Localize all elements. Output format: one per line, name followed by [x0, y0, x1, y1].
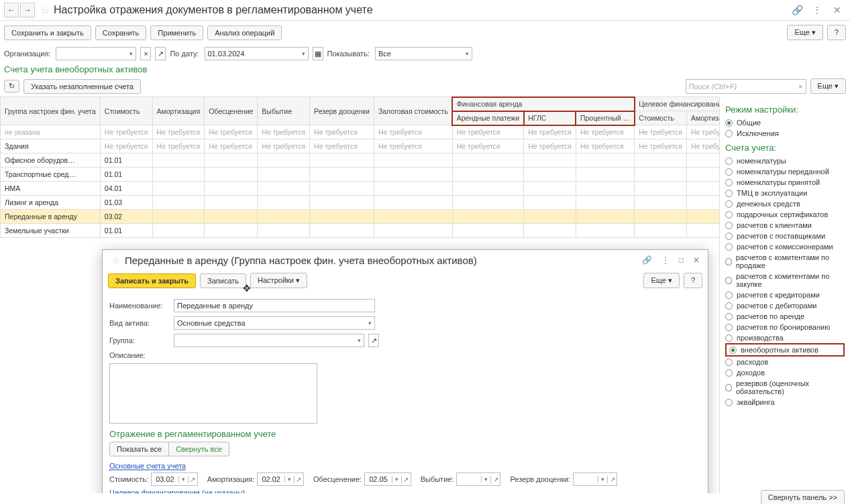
- nav-forward[interactable]: →: [20, 3, 35, 17]
- radio-icon: [725, 233, 733, 240]
- org-clear[interactable]: ×: [140, 47, 151, 60]
- table-row[interactable]: Лизинг и аренда01.03: [1, 196, 720, 210]
- acct-radio[interactable]: доходов: [725, 367, 845, 378]
- refresh-button[interactable]: ↻: [4, 80, 19, 92]
- acct-radio[interactable]: эквайринга: [725, 397, 845, 407]
- th-cost[interactable]: Стоимость: [100, 97, 152, 125]
- imp-acct[interactable]: 02.05▾↗: [364, 472, 411, 486]
- modal-save-close[interactable]: Записать и закрыть: [108, 273, 196, 288]
- acct-radio[interactable]: производства: [725, 332, 845, 343]
- acct-radio[interactable]: внеоборотных активов: [725, 343, 845, 357]
- save-close-button[interactable]: Сохранить и закрыть: [4, 25, 91, 40]
- mode-radio[interactable]: Исключения: [725, 128, 845, 139]
- acct-radio[interactable]: расчетов с дебиторами: [725, 300, 845, 311]
- acct-radio[interactable]: расходов: [725, 357, 845, 367]
- org-open[interactable]: ↗: [155, 47, 166, 60]
- type-select[interactable]: Основные средства: [174, 316, 375, 330]
- close-icon[interactable]: ✕: [830, 3, 845, 17]
- th-tcost[interactable]: Стоимость: [635, 111, 687, 125]
- modal-close-icon[interactable]: ✕: [690, 254, 702, 266]
- table-row[interactable]: Переданные в аренду03.02: [1, 210, 720, 224]
- save-button[interactable]: Сохранить: [95, 25, 147, 40]
- table-row[interactable]: Транспортные сред…01.01: [1, 168, 720, 182]
- acct-radio[interactable]: расчетов по бронированию: [725, 322, 845, 332]
- name-input[interactable]: Переданные в аренду: [174, 299, 375, 312]
- link-icon[interactable]: 🔗: [790, 3, 804, 17]
- radio-icon: [725, 302, 733, 310]
- th-finlease[interactable]: Финансовая аренда: [452, 97, 634, 111]
- collapse-all-btn[interactable]: Свернуть все: [169, 442, 229, 456]
- more-icon[interactable]: ⋮: [810, 3, 825, 17]
- acct-radio[interactable]: расчетов с кредиторами: [725, 290, 845, 300]
- modal-save[interactable]: Записать: [200, 273, 246, 288]
- amort-acct[interactable]: 02.02▾↗: [257, 472, 304, 486]
- acct-radio[interactable]: расчетов с комитентами по продаже: [725, 252, 845, 271]
- reval-acct[interactable]: ▾↗: [573, 472, 617, 486]
- show-select[interactable]: Все: [375, 47, 472, 60]
- th-target[interactable]: Целевое финансирование: [635, 97, 719, 111]
- show-empty-button[interactable]: Указать незаполненные счета: [23, 79, 141, 94]
- th-fl-pct[interactable]: Процентный …: [576, 111, 634, 125]
- acct-radio[interactable]: денежных средств: [725, 198, 845, 209]
- nav-back[interactable]: ←: [4, 3, 19, 17]
- table-row[interactable]: НМА04.01: [1, 182, 720, 196]
- th-group[interactable]: Группа настроек фин. учета: [1, 97, 101, 125]
- th-impair[interactable]: Обесценение: [205, 97, 258, 125]
- date-field[interactable]: 01.03.2024: [205, 47, 309, 60]
- modal-menu-icon[interactable]: ⋮: [659, 254, 672, 266]
- th-tamort[interactable]: Амортизация: [686, 111, 719, 125]
- modal-link-icon[interactable]: 🔗: [639, 254, 655, 266]
- apply-button[interactable]: Применить: [150, 25, 203, 40]
- th-fl-ngls[interactable]: НГЛС: [524, 111, 576, 125]
- modal-more[interactable]: Еще ▾: [643, 273, 679, 288]
- favorite-icon[interactable]: ☆: [40, 4, 50, 17]
- th-fl-pay[interactable]: Арендные платежи: [452, 111, 523, 125]
- acct-radio[interactable]: номенклатуры: [725, 155, 845, 166]
- acct-radio[interactable]: расчетов с комиссионерами: [725, 241, 845, 252]
- group-open[interactable]: ↗: [368, 334, 379, 347]
- search-input[interactable]: Поиск (Ctrl+F) ×: [686, 79, 806, 94]
- th-reval[interactable]: Резерв дооценки: [310, 97, 374, 125]
- modal-star[interactable]: ☆: [112, 255, 121, 265]
- table-row[interactable]: Офисное оборудов…01.01: [1, 153, 720, 168]
- org-select[interactable]: [56, 47, 136, 60]
- acct-radio[interactable]: расчетов по аренде: [725, 311, 845, 322]
- th-dispose[interactable]: Выбытие: [258, 97, 310, 125]
- cost-acct[interactable]: 03.02▾↗: [151, 472, 198, 486]
- show-all-btn[interactable]: Показать все: [109, 442, 169, 456]
- disp-acct[interactable]: ▾↗: [456, 472, 500, 486]
- link-main-accounts[interactable]: Основные счета учета: [109, 462, 186, 470]
- modal-settings[interactable]: Настройки ▾: [250, 273, 307, 288]
- link-target[interactable]: Целевое финансирование (не указаны): [109, 489, 245, 493]
- page-title: Настройка отражения документов в регламе…: [54, 4, 373, 16]
- mode-radio[interactable]: Общие: [725, 117, 845, 128]
- org-label: Организация:: [4, 50, 50, 58]
- acct-radio[interactable]: расчетов с поставщиками: [725, 231, 845, 241]
- collapse-panel-btn[interactable]: Свернуть панель >>: [761, 490, 845, 504]
- table-more-button[interactable]: Еще ▾: [810, 78, 846, 94]
- acct-radio[interactable]: ТМЦ в эксплуатации: [725, 188, 845, 198]
- date-cal-icon[interactable]: ▦: [313, 47, 323, 60]
- acct-radio[interactable]: номенклатуры переданной: [725, 166, 845, 177]
- modal-max-icon[interactable]: □: [676, 254, 686, 266]
- radio-icon: [725, 200, 733, 208]
- acct-radio[interactable]: расчетов с комитентами по закупке: [725, 271, 845, 290]
- accounts-table[interactable]: Группа настроек фин. учета Стоимость Амо…: [0, 97, 719, 238]
- acct-radio[interactable]: подарочных сертификатов: [725, 209, 845, 220]
- desc-textarea[interactable]: [109, 363, 317, 424]
- radio-icon: [725, 324, 733, 331]
- th-pledge[interactable]: Залоговая стоимость: [374, 97, 452, 125]
- group-select[interactable]: [174, 334, 364, 347]
- help-button[interactable]: ?: [827, 25, 846, 40]
- analyze-button[interactable]: Анализ операций: [207, 25, 282, 40]
- table-row[interactable]: не указанаНе требуетсяНе требуетсяНе тре…: [1, 125, 720, 139]
- acct-radio[interactable]: номенклатуры принятой: [725, 177, 845, 188]
- th-amort[interactable]: Амортизация: [152, 97, 205, 125]
- table-row[interactable]: Земельные участки01.01: [1, 224, 720, 238]
- acct-radio[interactable]: резервов (оценочных обязательств): [725, 378, 845, 397]
- search-clear[interactable]: ×: [798, 82, 802, 90]
- table-row[interactable]: ЗданияНе требуетсяНе требуетсяНе требует…: [1, 139, 720, 153]
- acct-radio[interactable]: расчетов с клиентами: [725, 220, 845, 231]
- more-button[interactable]: Еще ▾: [787, 25, 822, 40]
- modal-help[interactable]: ?: [684, 273, 702, 288]
